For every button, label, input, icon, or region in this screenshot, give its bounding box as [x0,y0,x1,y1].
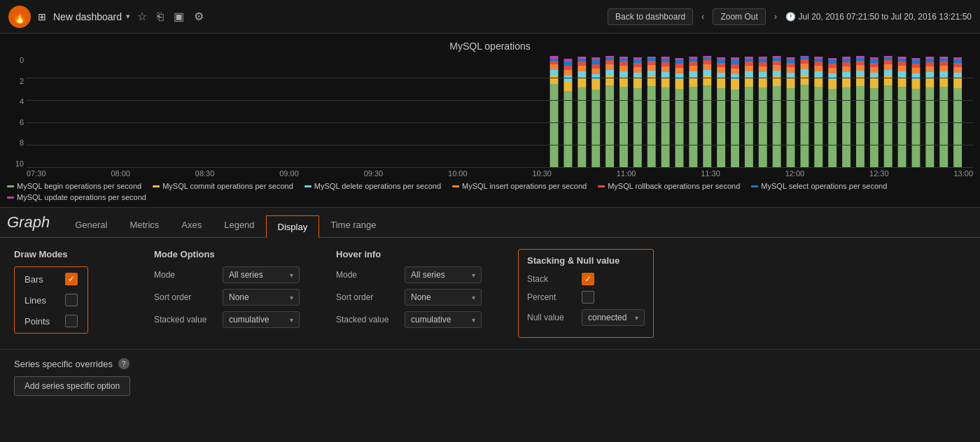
draw-modes-box: Bars Lines Points [14,266,88,334]
hover-info-section: Hover info Mode All series ▾ Sort order … [336,249,490,338]
chart-container: MySQL operations 10 8 6 4 2 0 [0,34,980,208]
mode-option-sort: Sort order None ▾ [154,289,308,306]
mode-select[interactable]: All series ▾ [223,266,300,283]
grafana-logo[interactable]: 🔥 [8,6,31,28]
sort-value: None [229,292,249,302]
tab-display[interactable]: Display [266,215,320,238]
bars-label: Bars [24,274,59,285]
nav-right: Back to dashboard ‹ Zoom Out › 🕐 Jul 20,… [608,8,972,25]
dashboard-title-text: New dashboard [53,11,122,22]
settings-icon[interactable]: ⚙ [194,10,204,23]
mode-option-stacked: Stacked value cumulative ▾ [154,311,308,328]
chart-body [27,56,973,168]
sort-label: Sort order [154,292,217,302]
y-axis: 10 8 6 4 2 0 [7,56,27,168]
mode-option-mode: Mode All series ▾ [154,266,308,283]
stacking-section: Stacking & Null value Stack Percent Null… [518,249,654,338]
legend-rollback: MySQL rollback operations per second [598,182,740,190]
stacked-value: cumulative [229,315,269,325]
tab-time-range[interactable]: Time range [319,214,387,237]
nav-icons: ☆ ⎗ ▣ ⚙ [137,10,204,23]
zoom-out-btn[interactable]: Zoom Out [713,8,765,25]
tab-general[interactable]: General [64,214,118,237]
tab-legend[interactable]: Legend [213,214,265,237]
draw-mode-points[interactable]: Points [20,312,82,330]
bars-checkbox[interactable] [65,273,78,285]
add-series-btn[interactable]: Add series specific option [14,376,130,396]
logo-icon: 🔥 [12,9,27,24]
legend-delete: MySQL delete operations per second [304,182,441,190]
panel-tabs-area: Graph General Metrics Axes Legend Displa… [0,208,980,238]
hover-option-stacked: Stacked value cumulative ▾ [336,311,490,328]
draw-mode-bars[interactable]: Bars [20,270,82,288]
hover-stacked-select[interactable]: cumulative ▾ [405,311,482,328]
null-value-row: Null value connected ▾ [527,309,645,326]
hover-mode-value: All series [411,270,445,280]
dropdown-arrow-icon: ▾ [126,12,130,21]
mode-options-section: Mode Options Mode All series ▾ Sort orde… [154,249,308,338]
null-value-select[interactable]: connected ▾ [582,309,645,326]
stack-label: Stack [527,274,576,284]
sort-arrow-icon: ▾ [290,294,293,301]
grid-lines [27,56,973,168]
legend-update: MySQL update operations per second [7,193,146,201]
percent-checkbox[interactable] [582,291,594,304]
save-icon[interactable]: ▣ [174,10,184,23]
hover-option-sort: Sort order None ▾ [336,289,490,306]
hover-stacked-label: Stacked value [336,315,399,325]
series-title: Series specific overrides [14,359,113,369]
legend-color-update [7,197,14,199]
hover-sort-arrow-icon: ▾ [472,294,475,301]
hover-sort-label: Sort order [336,292,399,302]
stack-row: Stack [527,273,645,285]
clock-icon: 🕐 [785,12,796,22]
legend-color-rollback [598,185,605,187]
lines-label: Lines [24,295,59,306]
sort-select[interactable]: None ▾ [223,289,300,306]
chart-title: MySQL operations [7,41,973,52]
mode-label: Mode [154,270,217,280]
hover-sort-value: None [411,292,431,302]
mode-value: All series [229,270,263,280]
legend-insert: MySQL insert operations per second [452,182,587,190]
hover-mode-label: Mode [336,270,399,280]
draw-mode-lines[interactable]: Lines [20,291,82,309]
zoom-prev-icon[interactable]: ‹ [701,11,704,22]
hover-mode-arrow-icon: ▾ [472,271,475,279]
back-to-dashboard-btn[interactable]: Back to dashboard [608,8,693,25]
stack-checkbox[interactable] [582,273,594,285]
top-navigation: 🔥 ⊞ New dashboard ▾ ☆ ⎗ ▣ ⚙ Back to dash… [0,0,980,34]
points-checkbox[interactable] [65,315,78,327]
hover-info-title: Hover info [336,249,490,259]
dashboard-title-btn[interactable]: ⊞ New dashboard ▾ [38,11,130,22]
hover-mode-select[interactable]: All series ▾ [405,266,482,283]
stacking-title: Stacking & Null value [527,255,645,266]
stacked-label: Stacked value [154,315,217,325]
null-value-arrow-icon: ▾ [635,314,638,322]
time-range-display: 🕐 Jul 20, 2016 07:21:50 to Jul 20, 2016 … [785,12,972,22]
display-content: Draw Modes Bars Lines Points Mode Option… [0,238,980,349]
draw-modes-title: Draw Modes [14,249,126,259]
percent-label: Percent [527,292,576,302]
star-icon[interactable]: ☆ [137,10,147,23]
mode-arrow-icon: ▾ [290,271,293,279]
legend-select: MySQL select operations per second [751,182,887,190]
tab-metrics[interactable]: Metrics [118,214,170,237]
legend-color-select [751,185,758,187]
zoom-next-icon[interactable]: › [774,11,777,22]
panel-title: Graph [7,213,50,231]
stacked-select[interactable]: cumulative ▾ [223,311,300,328]
legend-begin: MySQL begin operations per second [7,182,141,190]
legend-commit: MySQL commit operations per second [153,182,293,190]
null-value-value: connected [588,313,626,322]
tab-axes[interactable]: Axes [170,214,213,237]
share-icon[interactable]: ⎗ [157,10,164,23]
legend-color-commit [153,185,160,187]
hover-sort-select[interactable]: None ▾ [405,289,482,306]
lines-checkbox[interactable] [65,294,78,306]
series-header: Series specific overrides ? [14,358,966,369]
mode-options-title: Mode Options [154,249,308,259]
legend-color-insert [452,185,459,187]
stacked-arrow-icon: ▾ [290,316,293,324]
help-icon[interactable]: ? [118,358,130,369]
